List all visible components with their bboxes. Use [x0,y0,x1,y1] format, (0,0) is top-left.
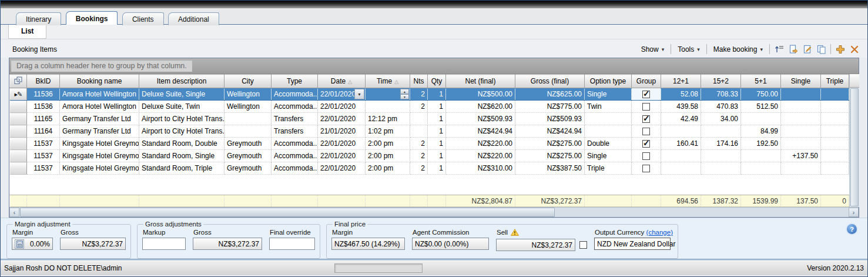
cell-type[interactable]: Accommoda... [272,138,318,150]
cell-gross[interactable]: NZ$387.50 [515,162,585,175]
cell-single[interactable]: +137.50 [781,150,821,162]
cell-time[interactable]: ▲▼ [366,88,410,101]
cell-group[interactable] [632,113,661,125]
spinner-down-icon[interactable]: ▼ [400,94,409,99]
cell-r5[interactable] [741,162,781,175]
cell-r5[interactable]: 512.50 [741,101,781,113]
open-booking-icon[interactable] [788,44,798,54]
cell-name[interactable]: Germany Transfer Ltd [60,125,139,138]
cell-nts[interactable]: 2 [410,138,428,150]
cell-name[interactable]: Amora Hotel Wellington [60,101,139,113]
cell-single[interactable] [781,162,821,175]
cell-bkid[interactable]: 11536 [27,88,60,101]
cell-city[interactable]: Wellington [224,88,272,101]
add-item-icon[interactable] [835,44,845,54]
sell-checkbox[interactable] [579,241,587,249]
cell-city[interactable]: Wellington [224,101,272,113]
cell-net[interactable]: NZ$220.00 [446,138,515,150]
cell-qty[interactable]: 1 [428,113,446,125]
cell-item[interactable]: Deluxe Suite, Single [139,88,224,101]
cell-time[interactable]: 1:02 pm [366,125,410,138]
cell-qty[interactable]: 1 [428,125,446,138]
column-header-date[interactable]: Date△ [318,75,366,88]
cell-triple[interactable] [821,138,849,150]
cell-city[interactable]: Greymouth [224,150,272,162]
cell-city[interactable] [224,113,272,125]
cell-date[interactable]: 22/01/2020 [318,138,366,150]
cell-type[interactable]: Accommoda... [272,162,318,175]
cell-bkid[interactable]: 11537 [27,138,60,150]
group-checkbox[interactable] [642,115,650,123]
cell-option[interactable]: Double [585,138,632,150]
horizontal-scroll-thumb[interactable] [20,208,555,217]
edit-item-icon[interactable] [802,44,812,54]
cell-time[interactable]: 2:00 pm [366,150,410,162]
cell-city[interactable]: Greymouth [224,138,272,150]
cell-r5[interactable]: 750.00 [741,88,781,101]
cell-net[interactable]: NZ$424.94 [446,125,515,138]
cell-type[interactable]: Transfers [272,125,318,138]
booking-row[interactable]: 11164Germany Transfer LtdAirport to City… [10,125,849,138]
group-checkbox[interactable] [642,165,650,172]
cell-r15[interactable]: 470.83 [701,101,741,113]
cell-option[interactable]: Single [585,88,632,101]
booking-row[interactable]: 11165Germany Transfer LtdAirport to City… [10,113,849,125]
booking-row[interactable]: 11536Amora Hotel WellingtonDeluxe Suite,… [10,101,849,113]
cell-triple[interactable] [821,113,849,125]
column-header-type[interactable]: Type [272,75,318,88]
column-header-nts[interactable]: Nts [410,75,428,88]
column-header-time[interactable]: Time△ [366,75,410,88]
column-header-single[interactable]: Single [781,75,821,88]
cell-nts[interactable]: 2 [410,150,428,162]
row-selector[interactable] [10,138,27,150]
booking-row[interactable]: 11537Kingsgate Hotel GreymouthStandard R… [10,150,849,162]
cell-qty[interactable]: 1 [428,101,446,113]
cell-name[interactable]: Kingsgate Hotel Greymouth [60,162,139,175]
cell-qty[interactable]: 1 [428,150,446,162]
row-selector[interactable]: ▸✎ [10,88,27,101]
cell-r5[interactable]: 192.50 [741,138,781,150]
calculator-icon[interactable] [15,239,24,249]
booking-row[interactable]: ▸✎11536Amora Hotel WellingtonDeluxe Suit… [10,88,849,101]
cell-triple[interactable] [821,125,849,138]
cell-item[interactable]: Standard Room, Triple [139,162,224,175]
cell-single[interactable] [781,101,821,113]
group-checkbox[interactable] [642,103,650,111]
column-header-bkid[interactable]: BkID [27,75,60,88]
tab-itinerary[interactable]: Itinerary [16,12,61,25]
delete-item-icon[interactable] [849,44,859,54]
cell-option[interactable]: Twin [585,101,632,113]
cell-r12[interactable] [661,162,701,175]
scroll-right-icon[interactable]: › [849,208,859,217]
column-header-name[interactable]: Booking name [60,75,139,88]
cell-option[interactable]: Triple [585,162,632,175]
copy-item-icon[interactable] [816,44,826,54]
cell-name[interactable]: Kingsgate Hotel Greymouth [60,150,139,162]
cell-group[interactable] [632,125,661,138]
cell-bkid[interactable]: 11537 [27,162,60,175]
cell-item[interactable]: Standard Room, Double [139,138,224,150]
cell-single[interactable] [781,88,821,101]
row-selector[interactable] [10,162,27,175]
spinner-up-icon[interactable]: ▲ [400,89,409,94]
cell-qty[interactable]: 1 [428,162,446,175]
tools-dropdown[interactable]: Tools▾ [675,44,702,55]
group-by-bar[interactable]: Drag a column header here to group by th… [9,58,859,74]
column-header-qty[interactable]: Qty [428,75,446,88]
cell-r5[interactable]: 84.99 [741,125,781,138]
column-header-triple[interactable]: Triple [821,75,849,88]
booking-row[interactable]: 11537Kingsgate Hotel GreymouthStandard R… [10,162,849,175]
tab-bookings[interactable]: Bookings [66,11,118,25]
cell-group[interactable] [632,88,661,101]
tab-clients[interactable]: Clients [122,12,164,25]
output-currency-field[interactable]: NZD New Zealand Dollar [594,238,671,250]
cell-r15[interactable]: 34.00 [701,113,741,125]
cell-date[interactable]: 21/01/2020 [318,125,366,138]
cell-triple[interactable] [821,88,849,101]
cell-single[interactable] [781,138,821,150]
cell-r15[interactable] [701,125,741,138]
cell-item[interactable]: Standard Room, Single [139,150,224,162]
cell-type[interactable]: Accommoda... [272,101,318,113]
show-dropdown[interactable]: Show▾ [639,44,667,55]
cell-net[interactable]: NZ$310.00 [446,162,515,175]
